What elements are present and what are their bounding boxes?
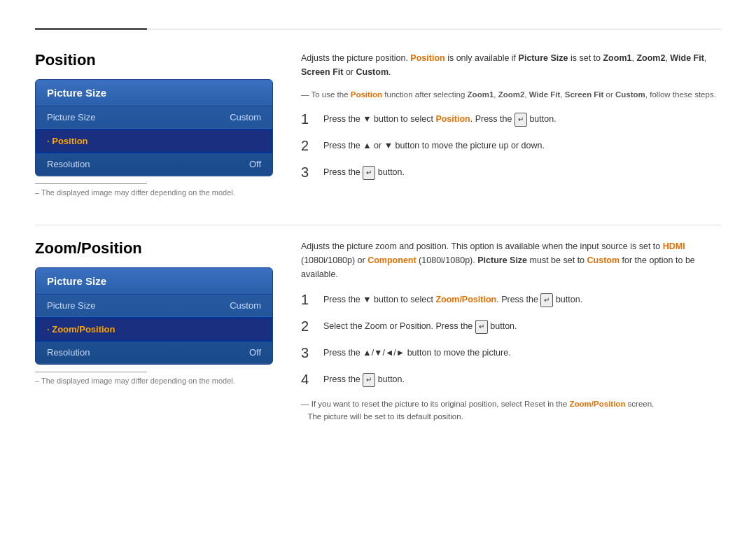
zoom-step-1: 1 Press the ▼ button to select Zoom/Posi…: [301, 291, 721, 308]
position-subnote-zoom2: Zoom2: [498, 90, 525, 99]
zoom-reset-zoomposition: Zoom/Position: [570, 400, 626, 408]
zoom-value-picture-size: Custom: [230, 300, 261, 311]
zoom-step-3: 3 Press the ▲/▼/◄/► button to move the p…: [301, 344, 721, 361]
position-step-3: 3 Press the ↵ button.: [301, 164, 721, 181]
zoom-value-resolution: Off: [249, 347, 261, 358]
divider-left: [35, 28, 147, 30]
zoom-step-4-number: 4: [301, 371, 315, 388]
zoom-highlight-component: Component: [368, 255, 416, 265]
zoom-step2-zoom: Zoom: [365, 321, 387, 331]
position-row-resolution: Resolution Off: [36, 153, 272, 176]
zoom-reset-highlight: Reset: [524, 400, 545, 408]
position-sub-note: — To use the Position function after sel…: [301, 89, 721, 101]
page: Position Picture Size Picture Size Custo…: [0, 0, 756, 479]
position-note-line: [35, 183, 147, 184]
position-title: Position: [35, 51, 273, 69]
zoom-widget: Picture Size Picture Size Custom Zoom/Po…: [35, 267, 273, 365]
zoom-step-2-text: Select the Zoom or Position. Press the ↵…: [323, 318, 517, 334]
position-section: Position Picture Size Picture Size Custo…: [35, 51, 721, 197]
zoom-note-line: [35, 372, 147, 372]
zoom-section-left: Zoom/Position Picture Size Picture Size …: [35, 239, 273, 423]
zoom-step-2-number: 2: [301, 318, 315, 335]
position-description: Adjusts the picture position. Position i…: [301, 51, 721, 79]
position-label-picture-size: Picture Size: [47, 112, 95, 122]
divider-right: [147, 29, 721, 29]
zoom-step2-position: Position: [400, 321, 430, 331]
position-row-position: Position: [36, 129, 272, 153]
section-divider: [35, 225, 721, 225]
position-section-right: Adjusts the picture position. Position i…: [301, 51, 721, 197]
position-highlight-custom: Custom: [356, 67, 389, 77]
zoom-step-1-number: 1: [301, 291, 315, 308]
position-step-2: 2 Press the ▲ or ▼ button to move the pi…: [301, 137, 721, 154]
zoom-highlight-custom: Custom: [587, 255, 620, 265]
zoom-title: Zoom/Position: [35, 239, 273, 258]
zoom-position-section: Zoom/Position Picture Size Picture Size …: [35, 239, 721, 423]
position-step3-btn: ↵: [363, 166, 375, 180]
zoom-description: Adjusts the picture zoom and position. T…: [301, 239, 721, 281]
position-step-2-text: Press the ▲ or ▼ button to move the pict…: [323, 137, 545, 153]
zoom-note-text: – The displayed image may differ dependi…: [35, 377, 273, 385]
position-step-1-text: Press the ▼ button to select Position. P…: [323, 111, 556, 127]
zoom-steps: 1 Press the ▼ button to select Zoom/Posi…: [301, 291, 721, 388]
zoom-highlight-picturesize: Picture Size: [477, 255, 527, 265]
zoom-step-3-text: Press the ▲/▼/◄/► button to move the pic…: [323, 344, 511, 360]
position-row-picture-size: Picture Size Custom: [36, 106, 272, 129]
position-step-3-text: Press the ↵ button.: [323, 164, 405, 180]
zoom-step4-btn: ↵: [363, 373, 375, 387]
position-label-resolution: Resolution: [47, 159, 90, 169]
zoom-widget-header: Picture Size: [36, 268, 272, 295]
zoom-reset-note: — If you want to reset the picture to it…: [301, 398, 721, 423]
position-step1-btn: ↵: [514, 113, 527, 127]
zoom-step1-highlight: Zoom/Position: [435, 295, 496, 304]
position-widget: Picture Size Picture Size Custom Positio…: [35, 79, 273, 176]
zoom-step1-btn: ↵: [540, 293, 553, 307]
position-steps: 1 Press the ▼ button to select Position.…: [301, 111, 721, 181]
position-step-2-number: 2: [301, 137, 315, 154]
top-divider: [35, 28, 721, 30]
zoom-highlight-hdmi: HDMI: [663, 241, 685, 251]
position-step-1: 1 Press the ▼ button to select Position.…: [301, 111, 721, 127]
position-highlight-zoom1: Zoom1: [603, 53, 631, 63]
zoom-step-3-number: 3: [301, 344, 315, 361]
zoom-step2-btn: ↵: [475, 320, 488, 334]
zoom-label-picture-size: Picture Size: [47, 300, 95, 311]
position-widget-header: Picture Size: [36, 80, 272, 106]
position-value-resolution: Off: [249, 159, 261, 169]
position-label-position: Position: [47, 136, 88, 146]
position-highlight-position: Position: [410, 53, 444, 63]
position-subnote-screenfit: Screen Fit: [565, 90, 604, 99]
position-value-picture-size: Custom: [230, 112, 261, 122]
position-highlight-screenfit: Screen Fit: [301, 67, 343, 77]
zoom-step-1-text: Press the ▼ button to select Zoom/Positi…: [323, 291, 582, 307]
position-note-text: – The displayed image may differ dependi…: [35, 188, 273, 197]
zoom-step-4-text: Press the ↵ button.: [323, 371, 405, 387]
position-subnote-widefit: Wide Fit: [529, 90, 561, 99]
position-subnote-position: Position: [351, 90, 382, 99]
zoom-step-2: 2 Select the Zoom or Position. Press the…: [301, 318, 721, 335]
position-step1-highlight: Position: [435, 114, 470, 124]
position-section-left: Position Picture Size Picture Size Custo…: [35, 51, 273, 197]
zoom-row-resolution: Resolution Off: [36, 342, 272, 364]
position-highlight-picturesize: Picture Size: [519, 53, 568, 63]
zoom-section-right: Adjusts the picture zoom and position. T…: [301, 239, 721, 423]
zoom-row-zoomposition: Zoom/Position: [36, 317, 272, 342]
zoom-label-zoomposition: Zoom/Position: [47, 324, 115, 335]
position-highlight-widefit: Wide Fit: [670, 53, 704, 63]
position-step-3-number: 3: [301, 164, 315, 181]
position-subnote-custom: Custom: [615, 90, 645, 99]
position-step-1-number: 1: [301, 111, 315, 127]
zoom-label-resolution: Resolution: [47, 347, 90, 358]
position-subnote-zoom1: Zoom1: [468, 90, 494, 99]
zoom-row-picture-size: Picture Size Custom: [36, 295, 272, 317]
position-highlight-zoom2: Zoom2: [636, 53, 665, 63]
zoom-step-4: 4 Press the ↵ button.: [301, 371, 721, 388]
